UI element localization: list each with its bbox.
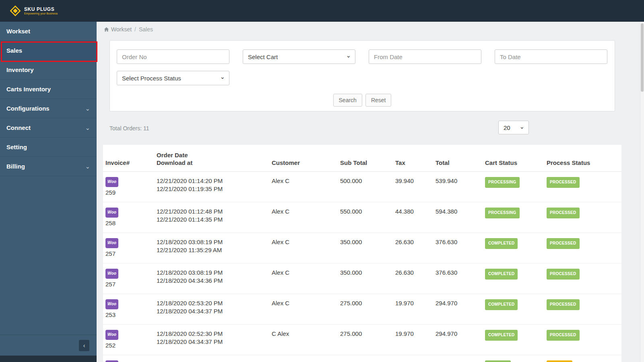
process-status-cell: PENDING [544, 355, 621, 362]
chevron-down-icon: ⌄ [85, 99, 90, 118]
process-status-badge: PROCESSED [547, 269, 580, 280]
cart-status-badge: PROCESSING [485, 177, 520, 188]
to-date-input[interactable] [495, 49, 607, 64]
orders-table-card: Invoice# Order Date Download at Customer… [103, 145, 621, 362]
col-process-status: Process Status [544, 145, 621, 172]
invoice-cell: Woo 250 [103, 355, 154, 362]
sidebar-item-label: Billing [6, 163, 25, 170]
from-date-input[interactable] [369, 49, 481, 64]
sidebar-collapse-button[interactable]: ‹ [79, 340, 89, 351]
search-button[interactable]: Search [333, 94, 362, 107]
sub-total-cell: 550.000 [338, 202, 393, 233]
process-status-cell: PROCESSED [544, 294, 621, 325]
process-status-cell: PROCESSED [544, 325, 621, 355]
table-row: Woo 257 12/18/2020 03:08:19 PM 12/21/202… [103, 233, 621, 263]
table-row: Woo 253 12/18/2020 02:53:20 PM 12/18/202… [103, 294, 621, 325]
filter-panel: Select Cart ⌄ Select Process Status ⌄ Se… [109, 40, 615, 111]
order-no-input[interactable] [117, 49, 229, 64]
sub-total-cell: 275.000 [338, 325, 393, 355]
col-order-date: Order Date Download at [154, 145, 269, 172]
sidebar-item-label: Workset [6, 28, 30, 35]
download-at: 12/18/2020 04:34:37 PM [157, 307, 266, 315]
sidebar-item-billing[interactable]: Billing ⌄ [0, 157, 97, 176]
invoice-number: 259 [105, 187, 151, 197]
sidebar-item-label: Configurations [6, 105, 50, 112]
download-at: 12/21/2020 01:14:35 PM [157, 216, 266, 224]
download-at: 12/21/2020 01:19:35 PM [157, 185, 266, 193]
customer-cell: Alex C [269, 294, 338, 325]
sidebar-item-setting[interactable]: Setting [0, 138, 97, 157]
reset-button[interactable]: Reset [365, 94, 392, 107]
woocommerce-cart-icon: Woo [105, 238, 118, 248]
order-date-cell: 12/18/2020 03:08:19 PM 12/18/2020 04:34:… [154, 263, 269, 294]
col-invoice: Invoice# [103, 145, 154, 172]
invoice-cell: Woo 259 [103, 172, 154, 202]
total-cell: 294.970 [433, 294, 483, 325]
total-cell: 539.940 [433, 172, 483, 202]
cart-select[interactable]: Select Cart [243, 49, 355, 64]
download-at: 12/18/2020 04:34:36 PM [157, 277, 266, 285]
customer-cell: C Alex [269, 325, 338, 355]
order-date: 12/18/2020 02:52:30 PM [157, 330, 266, 338]
total-cell: 376.630 [433, 263, 483, 294]
total-cell: 294.970 [433, 325, 483, 355]
woocommerce-cart-icon: Woo [105, 208, 118, 218]
cart-status-badge: COMPLETED [485, 269, 518, 280]
total-cell: 594.380 [433, 202, 483, 233]
total-cell: 1510.000 [433, 355, 483, 362]
sidebar-item-inventory[interactable]: Inventory [0, 60, 97, 80]
invoice-number: 253 [105, 309, 151, 319]
sub-total-cell: 275.000 [338, 294, 393, 325]
breadcrumb-current: Sales [139, 26, 153, 33]
main-content: Workset / Sales Select Cart ⌄ Select Pro… [97, 22, 644, 362]
chevron-down-icon: ⌄ [85, 118, 90, 138]
skuplugs-logo[interactable]: SKU PLUGS Empowering your Business [10, 5, 58, 16]
order-date: 12/18/2020 03:08:19 PM [157, 238, 266, 246]
sidebar-item-workset[interactable]: Workset [0, 22, 97, 41]
invoice-cell: Woo 257 [103, 233, 154, 263]
cart-status-cell: COMPLETED [483, 263, 544, 294]
col-order-date-line1: Order Date [157, 151, 266, 159]
tax-cell: 19.970 [393, 325, 433, 355]
scrollbar[interactable] [640, 22, 644, 362]
sidebar: Workset Sales Inventory Carts Inventory … [0, 22, 97, 362]
download-at: 12/21/2020 11:35:29 AM [157, 246, 266, 254]
process-status-cell: PROCESSED [544, 233, 621, 263]
customer-cell: Alex C [269, 202, 338, 233]
col-sub-total: Sub Total [338, 145, 393, 172]
page-size-select[interactable]: 20 [498, 121, 529, 134]
woocommerce-cart-icon: Woo [105, 360, 118, 362]
process-status-badge: PROCESSED [547, 238, 580, 249]
customer-cell: Alex C [269, 355, 338, 362]
cart-status-badge: COMPLETED [485, 330, 518, 341]
invoice-number: 258 [105, 218, 151, 227]
sidebar-bottom-strip [0, 356, 97, 362]
cart-status-cell: PENDING [483, 355, 544, 362]
invoice-number: 252 [105, 340, 151, 350]
order-date: 12/21/2020 01:14:20 PM [157, 177, 266, 185]
woocommerce-cart-icon: Woo [105, 269, 118, 279]
sidebar-item-connect[interactable]: Connect ⌄ [0, 118, 97, 138]
scrollbar-thumb[interactable] [641, 23, 644, 92]
woocommerce-cart-icon: Woo [105, 330, 118, 340]
top-bar: SKU PLUGS Empowering your Business [0, 0, 644, 22]
process-status-cell: PROCESSED [544, 263, 621, 294]
table-row: Woo 250 12/18/2020 02:40:49 PM 12/18/202… [103, 355, 621, 362]
total-cell: 376.630 [433, 233, 483, 263]
table-row: Woo 257 12/18/2020 03:08:19 PM 12/18/202… [103, 263, 621, 294]
skuplugs-diamond-icon [10, 5, 21, 16]
table-row: Woo 252 12/18/2020 02:52:30 PM 12/18/202… [103, 325, 621, 355]
sub-total-cell: 500.000 [338, 172, 393, 202]
order-date-cell: 12/18/2020 03:08:19 PM 12/21/2020 11:35:… [154, 233, 269, 263]
invoice-cell: Woo 252 [103, 325, 154, 355]
sub-total-cell: 350.000 [338, 263, 393, 294]
sidebar-item-carts-inventory[interactable]: Carts Inventory [0, 80, 97, 99]
process-status-select[interactable]: Select Process Status [117, 71, 229, 85]
breadcrumb-workset-link[interactable]: Workset [104, 26, 132, 33]
chevron-down-icon: ⌄ [85, 157, 90, 176]
cart-status-cell: PROCESSING [483, 172, 544, 202]
col-customer: Customer [269, 145, 338, 172]
sidebar-item-label: Sales [6, 47, 22, 54]
sidebar-item-sales[interactable]: Sales [0, 41, 97, 60]
sidebar-item-configurations[interactable]: Configurations ⌄ [0, 99, 97, 118]
